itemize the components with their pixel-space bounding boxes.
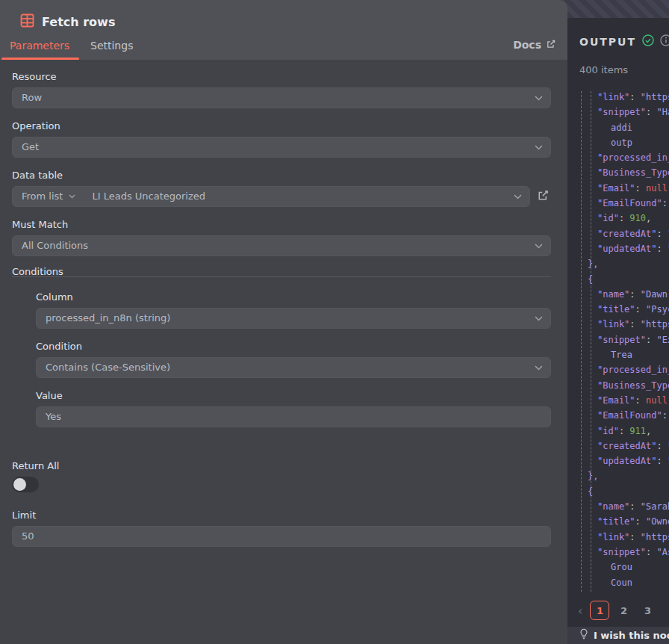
json-code-line: "createdAt": ": [579, 226, 669, 241]
chevron-down-icon: [535, 236, 543, 256]
json-code-line: "link": "https: [579, 90, 669, 105]
lightbulb-icon: [579, 628, 588, 643]
column-select[interactable]: processed_in_n8n (string): [36, 308, 551, 329]
column-label: Column: [36, 291, 73, 303]
operation-select[interactable]: Get: [12, 137, 551, 158]
chevron-down-icon: [535, 88, 543, 108]
data-table-label: Data table: [12, 170, 63, 181]
chevron-down-icon: [514, 187, 522, 206]
resource-label: Resource: [12, 71, 57, 82]
data-table-mode: From list: [22, 187, 63, 206]
json-code: "link": "https"snippet": "Haaddioutp"pro…: [579, 90, 669, 592]
value-input-text: Yes: [46, 407, 61, 427]
json-code-line: "title": "Owne: [579, 514, 669, 529]
return-all-label: Return All: [12, 460, 59, 471]
json-code-line: Trea: [579, 347, 669, 362]
json-code-line: "link": "https: [579, 317, 669, 332]
toggle-knob: [13, 478, 26, 491]
pagination-page-1[interactable]: 1: [590, 601, 609, 620]
must-match-value: All Conditions: [22, 236, 88, 256]
output-title: OUTPUT: [579, 36, 636, 48]
limit-label: Limit: [12, 510, 36, 521]
json-code-line: addi: [579, 120, 669, 135]
json-code-line: "Business_Type": [579, 378, 669, 393]
success-check-icon: [642, 34, 654, 49]
docs-link[interactable]: Docs: [513, 39, 556, 51]
pagination-page-3[interactable]: 3: [638, 601, 657, 620]
limit-input-text: 50: [22, 527, 34, 546]
json-code-line: "name": "Dawn: [579, 287, 669, 302]
json-code-line: "processed_in_n: [579, 362, 669, 377]
must-match-label: Must Match: [12, 219, 68, 230]
json-code-line: "title": "Psyc: [579, 302, 669, 317]
json-code-line: {: [579, 272, 669, 287]
data-table-resource-locator[interactable]: From list LI Leads Uncategorized: [12, 186, 530, 207]
must-match-select[interactable]: All Conditions: [12, 235, 551, 256]
operation-value: Get: [22, 137, 39, 157]
json-code-line: "EmailFound":: [579, 408, 669, 423]
info-icon[interactable]: [660, 34, 669, 49]
json-code-line: Coun: [579, 575, 669, 590]
output-panel: OUTPUT 400 items "link": "https"snippet"…: [567, 18, 669, 644]
operation-label: Operation: [12, 120, 60, 131]
json-code-line: "processed_in_n: [579, 150, 669, 165]
json-code-line: Grou: [579, 560, 669, 575]
pagination: ‹ 123: [567, 598, 669, 623]
json-code-line: outp: [579, 135, 669, 150]
open-table-external-icon[interactable]: [538, 190, 549, 204]
chevron-down-icon: [69, 194, 75, 199]
json-code-line: {: [579, 484, 669, 499]
json-code-line: "updatedAt": ": [579, 453, 669, 468]
json-code-line: "snippet": "Ex: [579, 332, 669, 347]
json-code-line: "snippet": "As: [579, 545, 669, 560]
json-code-line: "updatedAt": ": [579, 241, 669, 256]
json-code-line: "Email": null,: [579, 181, 669, 196]
json-code-line: },: [579, 468, 669, 483]
condition-select[interactable]: Contains (Case-Sensitive): [36, 357, 551, 378]
condition-label: Condition: [36, 341, 82, 352]
json-code-line: "EmailFound":: [579, 196, 669, 211]
limit-input[interactable]: 50: [12, 526, 551, 547]
conditions-divider: [12, 276, 551, 277]
json-code-line: "id": 911,: [579, 424, 669, 439]
node-settings-panel: Fetch rows Parameters Settings Docs Reso…: [0, 0, 567, 644]
active-tab-underline: [1, 58, 79, 60]
json-code-line: "createdAt": ": [579, 439, 669, 453]
pagination-prev-icon[interactable]: ‹: [578, 604, 582, 618]
data-table-value: LI Leads Uncategorized: [92, 187, 205, 206]
chevron-down-icon: [535, 358, 543, 377]
chevron-down-icon: [535, 309, 543, 328]
output-items-count: 400 items: [579, 64, 628, 75]
resource-select[interactable]: Row: [12, 87, 551, 108]
value-input[interactable]: Yes: [36, 406, 551, 427]
condition-value: Contains (Case-Sensitive): [46, 358, 170, 377]
feedback-text: I wish this node w: [594, 630, 669, 641]
json-code-line: "Business_Type": [579, 165, 669, 180]
node-feedback-bar[interactable]: I wish this node w: [567, 627, 669, 644]
resource-value: Row: [22, 88, 42, 108]
chevron-down-icon: [535, 137, 543, 157]
data-table-mode-select[interactable]: From list: [22, 187, 75, 206]
screen: Fetch rows Parameters Settings Docs Reso…: [0, 0, 669, 644]
external-link-icon: [547, 39, 556, 51]
return-all-toggle[interactable]: [12, 477, 39, 492]
json-code-line: "name": "Sarah: [579, 499, 669, 514]
node-header: Fetch rows Parameters Settings Docs: [0, 0, 567, 60]
json-code-line: },: [579, 256, 669, 271]
column-value: processed_in_n8n (string): [46, 309, 170, 328]
json-code-line: "Email": null,: [579, 393, 669, 408]
json-code-line: "snippet": "Ha: [579, 105, 669, 120]
node-title: Fetch rows: [42, 15, 115, 29]
tab-parameters[interactable]: Parameters: [10, 40, 69, 52]
pagination-page-2[interactable]: 2: [614, 601, 633, 620]
json-code-line: "link": "https: [579, 530, 669, 545]
pagination-pages: 123: [590, 601, 662, 620]
json-code-line: "id": 910,: [579, 211, 669, 226]
docs-label: Docs: [513, 39, 541, 51]
conditions-label: Conditions: [12, 266, 63, 277]
value-label: Value: [36, 390, 63, 401]
tab-settings[interactable]: Settings: [90, 40, 133, 52]
table-icon: [20, 13, 34, 31]
